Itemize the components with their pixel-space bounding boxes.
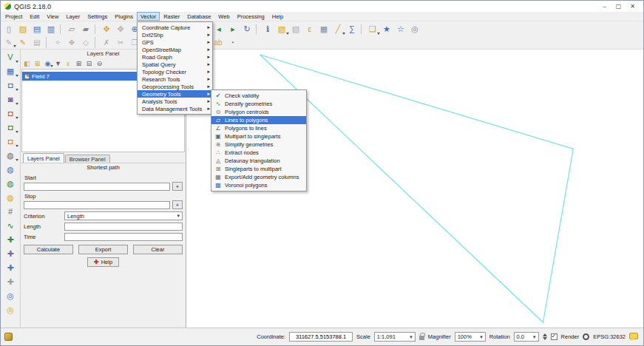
scale-select[interactable]: 1:1,091 [374,332,416,342]
open-attribute-table-icon[interactable]: ▦ [317,23,331,35]
rotation-spinbox[interactable]: 0.0 [514,332,539,342]
new-geopackage-layer-icon[interactable]: ✚ [4,261,18,274]
new-spatialite-layer-icon[interactable]: ✚ [4,247,18,260]
new-temporary-scratch-layer-icon[interactable]: ✚ [4,275,18,288]
add-postgis-layer-icon[interactable]: ◘ [4,78,18,92]
toolbar-icon[interactable] [60,24,63,34]
save-project-as-icon[interactable]: ▥ [44,23,58,35]
collapse-all-icon[interactable]: ⊟ [84,59,94,68]
toolbar-icon[interactable] [256,24,259,34]
start-input[interactable] [24,183,170,191]
layer-labeling-options-icon[interactable]: ab [211,37,225,48]
menu-item-spatial-query[interactable]: Spatial Query [138,61,212,68]
add-feature-icon[interactable]: ✧ [51,37,64,48]
filter-by-expression-icon[interactable]: ε [64,59,73,68]
menu-item-geoprocessing-tools[interactable]: Geoprocessing Tools [138,83,212,90]
layer-visibility-checkbox[interactable] [24,74,30,79]
touch-zoom-icon[interactable]: ◎ [408,23,421,35]
stop-capture-button[interactable]: + [172,200,183,209]
new-bookmark-icon[interactable]: ★ [380,23,393,35]
submenu-densify-geometries[interactable]: ∿Densify geometries [211,100,306,108]
add-gpx-layer-icon[interactable]: ∿ [4,219,18,232]
toolbar-icon[interactable] [95,24,98,34]
export-button[interactable]: Export [78,245,128,254]
clear-button[interactable]: Clear [133,245,183,254]
submenu-check-validity[interactable]: ✔Check validity [211,92,306,100]
toolbar-icon[interactable] [46,37,49,48]
new-shapefile-layer-icon[interactable]: ✚ [4,233,18,246]
menu-help[interactable]: Help [268,12,287,21]
add-wcs-layer-icon[interactable]: ◍ [4,177,18,190]
calculate-button[interactable]: Calculate [24,245,73,254]
identify-features-icon[interactable]: ℹ [261,23,274,35]
submenu-delaunay-triangulation[interactable]: ◬Delaunay triangulation [211,157,306,165]
pan-to-selection-icon[interactable]: ✥ [114,23,127,35]
zoom-last-icon[interactable]: ◂ [212,23,226,35]
menu-item-dxf2shp[interactable]: Dxf2Shp [138,31,212,38]
delete-selected-icon[interactable]: ✗ [100,37,113,48]
submenu-polygon-centroids[interactable]: ⊙Polygon centroids [211,108,306,116]
help-button[interactable]: ✚ Help [87,257,119,267]
select-by-expression-icon[interactable]: ε [303,23,316,35]
add-spatialite-layer-icon[interactable]: ◙ [4,92,18,106]
menu-edit[interactable]: Edit [26,12,43,21]
add-vector-layer-icon[interactable]: V [4,50,18,64]
menu-item-geometry-tools[interactable]: Geometry Tools [138,90,212,98]
toolbar-icon[interactable] [361,24,364,34]
show-bookmarks-icon[interactable]: ☆ [394,23,407,35]
criterion-select[interactable]: Length [64,211,183,220]
menu-item-gps[interactable]: GPS [138,38,212,46]
add-mssql-layer-icon[interactable]: ◘ [4,106,18,120]
scale-lock-icon[interactable] [419,336,424,340]
add-delimited-text-icon[interactable]: # [4,205,18,218]
submenu-export-add-geometry-columns[interactable]: ▦Export/Add geometry columns [211,173,306,181]
tab-layers-panel[interactable]: Layers Panel [23,153,64,163]
filter-legend-icon[interactable]: ▼ [53,59,63,68]
add-group-icon[interactable]: ⊞ [33,59,42,68]
coordinate-input[interactable] [289,332,353,342]
osm-place-search-icon[interactable]: ◎ [4,289,18,302]
add-wms-layer-icon[interactable]: ◍ [4,163,18,176]
submenu-singleparts-to-multipart[interactable]: ⊞Singleparts to multipart [211,165,306,173]
menu-item-research-tools[interactable]: Research Tools [138,75,212,83]
save-layer-edits-icon[interactable]: ▤ [30,37,44,48]
cut-features-icon[interactable]: ✂ [114,37,127,48]
save-project-icon[interactable]: ▤ [30,23,44,35]
new-project-icon[interactable]: ▯ [2,23,16,35]
measure-icon[interactable]: ╱ [331,23,345,35]
zoom-next-icon[interactable]: ▸ [226,23,240,35]
magnifier-spinbox[interactable]: 100% [455,332,486,342]
move-feature-icon[interactable]: ✥ [65,37,78,48]
menu-project[interactable]: Project [1,12,26,21]
submenu-extract-nodes[interactable]: ∴Extract nodes [211,149,306,157]
menu-item-data-management-tools[interactable]: Data Management Tools [138,105,212,112]
toolbar-icon[interactable] [95,37,98,48]
menu-settings[interactable]: Settings [84,12,111,21]
deselect-features-icon[interactable]: ▧ [289,23,302,35]
add-virtual-layer-icon[interactable]: ◍ [4,149,18,162]
menu-view[interactable]: View [43,12,62,21]
menu-layer[interactable]: Layer [62,12,84,21]
crs-status-icon[interactable] [583,333,589,340]
add-db2-layer-icon[interactable]: ◘ [4,121,18,134]
length-input[interactable] [64,223,183,231]
time-input[interactable] [64,233,183,241]
menu-web[interactable]: Web [214,12,233,21]
menu-raster[interactable]: Raster [160,12,183,21]
menu-item-topology-checker[interactable]: Topology Checker [138,68,212,75]
add-oracle-layer-icon[interactable]: ◘ [4,135,18,148]
node-tool-icon[interactable]: ◇ [79,37,92,48]
layer-styling-icon[interactable]: ◧ [22,59,32,68]
composer-manager-icon[interactable]: ▰ [79,23,92,35]
submenu-polygons-to-lines[interactable]: ∠Polygons to lines [211,124,306,132]
menu-processing[interactable]: Processing [234,12,268,21]
minimize-button[interactable]: – [597,1,611,12]
remove-layer-icon[interactable]: ⊖ [95,59,104,68]
log-messages-icon[interactable] [629,333,638,339]
new-composer-icon[interactable]: ▱ [65,23,78,35]
menu-vector[interactable]: Vector [137,12,160,21]
start-capture-button[interactable]: + [172,182,183,191]
add-wfs-layer-icon[interactable]: ◍ [4,191,18,204]
coordinate-capture-icon[interactable]: ◎ [4,303,18,316]
statistical-summary-icon[interactable]: ∑ [345,23,359,35]
